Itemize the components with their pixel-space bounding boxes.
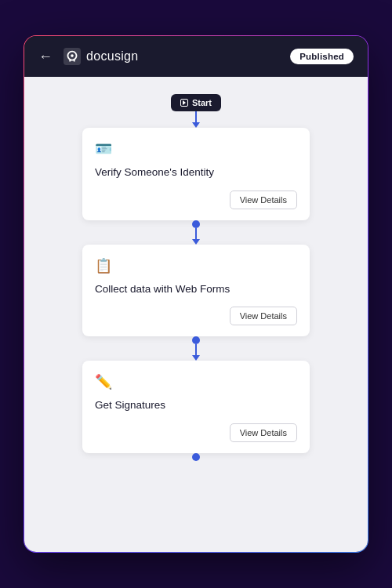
step-card-collect-data: 📋 Collect data with Web Forms View Detai… xyxy=(82,245,310,337)
connector-line-1 xyxy=(195,111,197,122)
verify-identity-title: Verify Someone's Identity xyxy=(95,165,297,180)
connector-arrow-2 xyxy=(192,239,200,245)
step-card-get-signatures: ✏️ Get Signatures View Details xyxy=(82,361,310,453)
connector-arrow-3 xyxy=(192,355,200,361)
svg-point-1 xyxy=(71,54,74,57)
get-signatures-details-button[interactable]: View Details xyxy=(230,423,297,442)
docusign-logo-icon xyxy=(64,48,81,65)
topbar: ← docusign Published xyxy=(24,36,368,77)
connector-vline-2 xyxy=(195,228,197,239)
logo-area: docusign xyxy=(64,48,290,65)
verify-identity-details-button[interactable]: View Details xyxy=(230,191,297,209)
collect-data-title: Collect data with Web Forms xyxy=(95,282,297,296)
connector-dot-bottom xyxy=(192,453,200,461)
workflow-canvas: Start 🪪 Verify Someone's Identity View D… xyxy=(24,77,368,552)
step-card-verify-identity: 🪪 Verify Someone's Identity View Details xyxy=(82,128,310,220)
start-label: Start xyxy=(192,98,212,107)
get-signatures-title: Get Signatures xyxy=(95,398,297,412)
get-signatures-footer: View Details xyxy=(95,423,297,442)
verify-identity-footer: View Details xyxy=(95,191,297,209)
connector-dot-3 xyxy=(192,336,200,344)
collect-data-icon: 📋 xyxy=(95,257,297,274)
logo-text: docusign xyxy=(86,49,138,64)
published-badge: Published xyxy=(290,49,354,64)
connector-arrow-1 xyxy=(192,122,200,128)
start-node: Start xyxy=(171,94,221,111)
collect-data-footer: View Details xyxy=(95,307,297,325)
start-icon xyxy=(180,99,188,107)
connector-vline-3 xyxy=(195,344,197,355)
verify-identity-icon: 🪪 xyxy=(95,140,297,158)
collect-data-details-button[interactable]: View Details xyxy=(230,307,297,325)
app-frame: ← docusign Published Start 🪪 Verify Some… xyxy=(24,35,368,553)
connector-dot-2 xyxy=(192,220,200,228)
get-signatures-icon: ✏️ xyxy=(95,373,297,390)
back-button[interactable]: ← xyxy=(38,49,53,65)
